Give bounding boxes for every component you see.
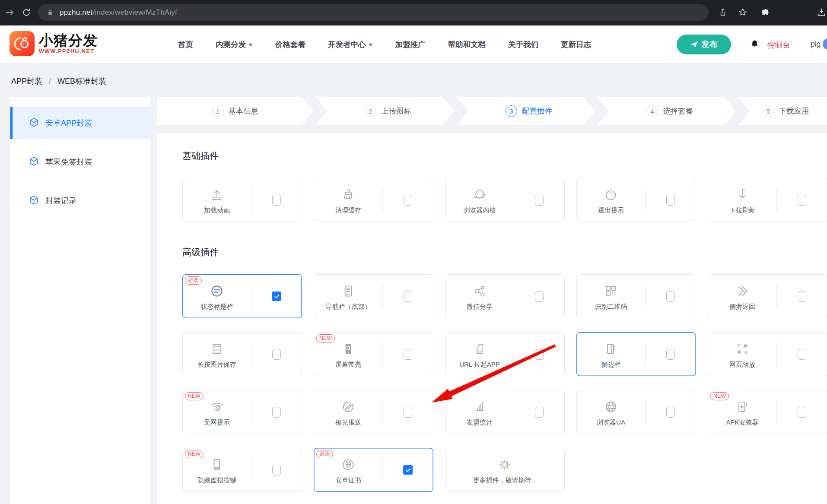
- username[interactable]: pig: [811, 40, 821, 49]
- url-bar[interactable]: ppzhu.net/index/webview/MzThAiyf: [38, 4, 709, 21]
- plugin-card[interactable]: 友盟统计: [445, 390, 565, 434]
- extensions-icon[interactable]: [760, 7, 771, 18]
- plugin-label: 侧滑返回: [729, 303, 755, 311]
- plugin-checkbox[interactable]: [535, 349, 544, 360]
- plugin-card[interactable]: 下拉刷新: [708, 178, 827, 222]
- step-2[interactable]: 2上传图标: [316, 97, 454, 125]
- bookmark-star-icon[interactable]: [737, 7, 748, 18]
- plugin-card[interactable]: 侧边栏: [576, 332, 696, 376]
- plugin-card[interactable]: 浏览器UA: [576, 390, 696, 434]
- plugin-card[interactable]: URL 拉起APP: [445, 332, 565, 376]
- sidebar-item-3[interactable]: 封装记录: [10, 184, 150, 217]
- bell-icon[interactable]: [749, 39, 760, 50]
- plugin-card[interactable]: 必选 安卓证书: [314, 448, 433, 492]
- sidebar: 安卓APP封装苹果免签封装封装记录: [10, 97, 150, 504]
- breadcrumb-web-standard[interactable]: WEB标准封装: [57, 77, 106, 86]
- plugin-checkbox[interactable]: [272, 349, 281, 360]
- url-domain: ppzhu.net: [60, 8, 92, 16]
- plugin-label: 清理缓存: [335, 206, 361, 215]
- avatar[interactable]: [823, 38, 827, 50]
- plugin-checkbox[interactable]: [666, 349, 675, 360]
- advanced-plugins-title: 高级插件: [182, 222, 827, 258]
- plugin-checkbox[interactable]: [798, 407, 806, 418]
- no-network-icon: [209, 398, 225, 415]
- plugin-checkbox[interactable]: [404, 349, 412, 360]
- plugin-label: 无网提示: [204, 418, 230, 427]
- plugin-card[interactable]: 浏览器内核: [445, 178, 565, 222]
- nav-item-4[interactable]: 开发者中心: [328, 39, 373, 50]
- plugin-checkbox[interactable]: [272, 292, 281, 301]
- step-4[interactable]: 4选择套餐: [598, 97, 736, 125]
- sidebar-item-2[interactable]: 苹果免签封装: [10, 146, 150, 178]
- chevron-down-icon: [369, 44, 373, 46]
- plugin-badge: 必选: [316, 450, 333, 458]
- page-zoom-icon: [734, 340, 751, 357]
- step-1[interactable]: 1基本信息: [157, 97, 313, 125]
- plugin-checkbox[interactable]: [272, 465, 281, 475]
- plugin-card[interactable]: 极光推送: [314, 390, 433, 434]
- cube-icon: [29, 156, 39, 167]
- nav-item-5[interactable]: 加盟推广: [395, 39, 426, 50]
- share-icon[interactable]: [717, 7, 728, 18]
- qr-code-icon: [603, 282, 619, 299]
- step-number: 2: [365, 105, 376, 117]
- downloads-icon[interactable]: [816, 7, 827, 18]
- swipe-back-icon: [734, 282, 751, 299]
- plugin-checkbox[interactable]: [272, 407, 281, 418]
- nav-item-3[interactable]: 价格套餐: [275, 39, 305, 50]
- hide-virtual-keys-icon: [209, 456, 225, 473]
- plugin-checkbox[interactable]: [666, 291, 675, 302]
- nav-item-7[interactable]: 关于我们: [508, 39, 538, 50]
- plugin-checkbox[interactable]: [404, 407, 412, 418]
- plugin-card[interactable]: 网页缩放: [708, 332, 827, 376]
- plugin-label: 安卓证书: [335, 476, 361, 485]
- logo[interactable]: 小猪分发 WWW.PPZHU.NET: [10, 31, 98, 56]
- plugin-checkbox[interactable]: [798, 349, 806, 360]
- plugin-checkbox[interactable]: [798, 195, 806, 206]
- plugin-checkbox[interactable]: [535, 195, 544, 206]
- plugin-card[interactable]: 微信分享: [445, 274, 565, 318]
- plugin-card[interactable]: 加载动画: [182, 178, 302, 222]
- browser-chrome: ppzhu.net/index/webview/MzThAiyf: [0, 0, 827, 25]
- plugin-card[interactable]: 更多插件，敬请期待...: [445, 448, 565, 492]
- browser-ua-icon: [603, 398, 619, 415]
- plugin-card[interactable]: NEW 无网提示: [182, 390, 302, 434]
- nav-item-8[interactable]: 更新日志: [561, 39, 591, 50]
- reload-icon[interactable]: [21, 7, 32, 18]
- plugin-card[interactable]: 退出提示: [576, 178, 696, 222]
- plugin-checkbox[interactable]: [404, 195, 412, 206]
- plugin-card[interactable]: 导航栏（底部）: [314, 274, 433, 318]
- plugin-label: 加载动画: [204, 206, 230, 215]
- step-3[interactable]: 3配置插件: [457, 97, 595, 125]
- plugin-card[interactable]: 侧滑返回: [708, 274, 827, 318]
- plugin-label: 退出提示: [598, 206, 624, 215]
- forward-icon[interactable]: [4, 7, 16, 18]
- plugin-label: APK安装器: [726, 418, 758, 427]
- plugin-card[interactable]: 清理缓存: [314, 178, 433, 222]
- plugin-checkbox[interactable]: [404, 291, 412, 302]
- sidebar-item-1[interactable]: 安卓APP封装: [10, 107, 150, 139]
- plugin-card[interactable]: NEW APK安装器: [708, 390, 827, 434]
- plugin-card[interactable]: NEW 隐藏虚拟按键: [182, 448, 302, 492]
- plugin-card[interactable]: NEW 屏幕常亮: [314, 332, 433, 376]
- console-link[interactable]: 控制台: [767, 40, 790, 50]
- publish-button[interactable]: 发布: [677, 35, 731, 54]
- plugin-checkbox[interactable]: [403, 465, 413, 475]
- step-5[interactable]: 5下载应用: [738, 97, 827, 125]
- plugin-card[interactable]: 必选 状态标题栏: [182, 274, 302, 318]
- plugin-checkbox[interactable]: [272, 195, 281, 206]
- nav-item-6[interactable]: 帮助和文档: [448, 39, 486, 50]
- plugin-checkbox[interactable]: [798, 291, 806, 302]
- plugin-card[interactable]: 长按图片保存: [182, 332, 302, 376]
- plugin-checkbox[interactable]: [666, 195, 675, 206]
- plugin-checkbox[interactable]: [535, 407, 544, 418]
- more-plugins-icon: [497, 456, 513, 473]
- nav-item-2[interactable]: 内测分发: [216, 39, 253, 50]
- nav-item-1[interactable]: 首页: [178, 39, 193, 50]
- breadcrumb-app-package[interactable]: APP封装: [11, 77, 42, 86]
- plugin-checkbox[interactable]: [666, 407, 675, 418]
- plugin-card[interactable]: 识别二维码: [576, 274, 696, 318]
- plugin-checkbox[interactable]: [535, 291, 544, 302]
- cube-icon: [29, 195, 39, 206]
- step-label: 下载应用: [779, 106, 809, 116]
